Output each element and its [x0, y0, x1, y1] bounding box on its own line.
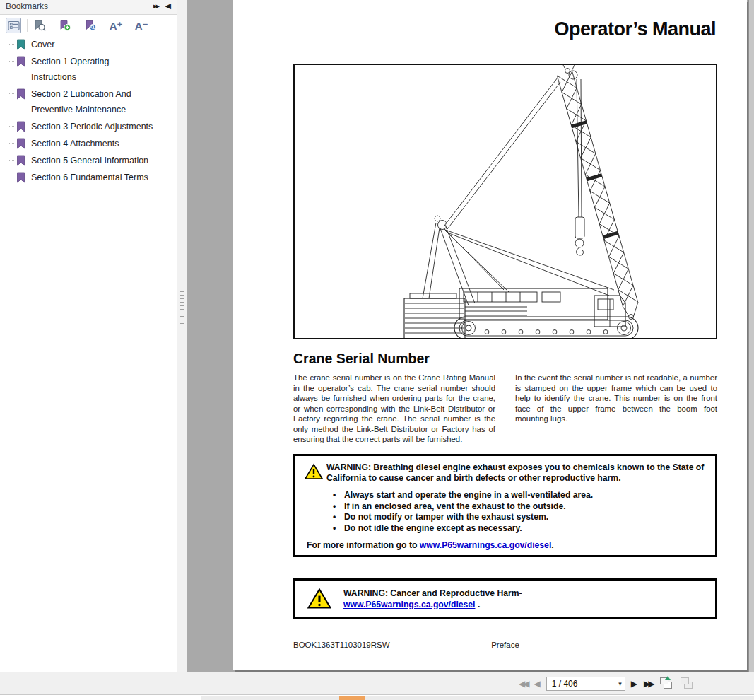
resize-grip-icon	[180, 291, 184, 329]
bookmark-flag-icon	[16, 155, 25, 166]
bookmark-flag-icon	[16, 56, 25, 67]
warning-text: Breathing diesel engine exhaust exposes …	[326, 462, 704, 483]
bookmark-label: Section 5 General Information	[31, 153, 148, 168]
bookmark-label: Section 2 Lubrication And Preventive Mai…	[31, 86, 131, 117]
first-page-button[interactable]: ◀◀	[518, 678, 528, 689]
p65-diesel-link[interactable]: www.P65warnings.ca.gov/diesel	[420, 540, 552, 550]
bookmarks-panel-title: Bookmarks	[6, 1, 48, 11]
warning2-text-block: WARNING: Cancer and Reproductive Harm- w…	[343, 588, 522, 610]
page-title: Operator’s Manual	[554, 18, 716, 40]
serial-section-body: The crane serial number is on the Crane …	[293, 373, 717, 445]
warning-bullet-list: Always start and operate the engine in a…	[295, 490, 715, 534]
bookmark-flag-icon	[16, 121, 25, 132]
pdf-reader-window: Bookmarks ▸▸ ◀	[0, 0, 754, 700]
crane-figure-box	[293, 64, 717, 339]
toolbar-separator	[27, 19, 28, 32]
expand-bookmark-icon[interactable]	[32, 18, 47, 33]
warning-label: WARNING:	[326, 462, 371, 472]
view-rect-icon	[681, 677, 689, 684]
bookmark-magnifier-icon	[33, 19, 46, 32]
bookmark-label: Cover	[31, 37, 54, 52]
taskbar-highlight	[339, 696, 365, 700]
page-number-value: 1 / 406	[552, 679, 618, 689]
next-page-button[interactable]: ▶	[630, 678, 638, 689]
p65-diesel-link[interactable]: www.P65warnings.ca.gov/diesel	[343, 600, 476, 609]
book-code: BOOK1363T1103019RSW	[293, 641, 390, 649]
bookmark-flag-icon	[16, 138, 25, 149]
page-number-input[interactable]: 1 / 406 ▾	[546, 677, 625, 691]
taskbar-edge	[201, 696, 754, 700]
panel-expand-icon[interactable]: ▸▸	[153, 1, 158, 11]
page-content: Operator’s Manual	[293, 0, 717, 670]
add-bookmark-icon[interactable]	[57, 18, 73, 33]
page-dropdown-caret-icon[interactable]: ▾	[618, 680, 622, 687]
font-decrease-icon[interactable]: A⁻	[134, 18, 149, 33]
panel-resize-handle[interactable]	[177, 0, 187, 672]
warning-heading-text: WARNING: Breathing diesel engine exhaust…	[326, 462, 707, 484]
warning-triangle-icon	[307, 588, 331, 609]
bookmark-find-icon	[84, 19, 97, 32]
more-info-suffix: .	[551, 540, 553, 550]
bookmark-item-section-6[interactable]: Section 6 Fundamental Terms	[0, 169, 177, 186]
pdf-page: Operator’s Manual	[233, 0, 747, 670]
warning-bullet: If in an enclosed area, vent the exhaust…	[333, 501, 715, 513]
bookmark-item-section-2[interactable]: Section 2 Lubrication And Preventive Mai…	[0, 86, 177, 118]
warning-bullet: Always start and operate the engine in a…	[333, 490, 715, 501]
bookmark-item-cover[interactable]: Cover	[0, 36, 177, 53]
previous-view-button[interactable]	[660, 677, 673, 689]
panel-collapse-icon[interactable]: ◀	[165, 1, 171, 11]
page-navigation: ◀◀ ◀ 1 / 406 ▾ ▶ ▶▶	[518, 677, 694, 691]
footer-section-label: Preface	[491, 641, 519, 649]
bookmark-label: Section 3 Periodic Adjustments	[31, 119, 153, 134]
bookmark-item-section-1[interactable]: Section 1 Operating Instructions	[0, 53, 177, 86]
bookmarks-panel-header: Bookmarks ▸▸ ◀	[0, 0, 177, 15]
vertical-scrollbar[interactable]	[748, 0, 754, 672]
warning-more-info: For more information go to www.P65warnin…	[295, 534, 715, 550]
crane-line-drawing	[295, 65, 716, 338]
diesel-warning-box: WARNING: Breathing diesel engine exhaust…	[293, 454, 717, 557]
font-increase-glyph: A⁺	[110, 21, 123, 31]
serial-section-heading: Crane Serial Number	[293, 351, 430, 367]
last-page-button[interactable]: ▶▶	[643, 678, 653, 689]
warning-bullet: Do not idle the engine except as necessa…	[333, 523, 715, 535]
status-bar: ◀◀ ◀ 1 / 406 ▾ ▶ ▶▶	[0, 672, 754, 694]
bookmark-flag-icon	[16, 39, 25, 50]
bookmark-label: Section 4 Attachments	[31, 136, 119, 151]
bookmark-options-icon[interactable]	[6, 18, 21, 33]
bookmark-item-section-5[interactable]: Section 5 General Information	[0, 152, 177, 169]
bookmarks-panel: Bookmarks ▸▸ ◀	[0, 0, 177, 672]
warning-triangle-icon	[305, 463, 323, 480]
more-info-prefix: For more information go to	[307, 540, 420, 550]
serial-text-right-column: In the event the serial number is not re…	[515, 373, 717, 445]
warning-bullet: Do not modify or tamper with the exhaust…	[333, 512, 715, 523]
serial-text-left-column: The crane serial number is on the Crane …	[293, 373, 495, 445]
bookmark-item-section-4[interactable]: Section 4 Attachments	[0, 135, 177, 152]
window-bottom-edge	[0, 694, 754, 700]
view-arrow-icon	[665, 676, 671, 680]
warning-label: WARNING:	[343, 588, 388, 598]
previous-page-button[interactable]: ◀	[533, 678, 541, 689]
warning-text: Cancer and Reproductive Harm-	[388, 588, 522, 598]
bookmark-label: Section 6 Fundamental Terms	[31, 170, 148, 185]
bookmarks-toolbar: A⁺ A⁻	[0, 15, 177, 36]
next-view-button[interactable]	[681, 677, 694, 689]
font-decrease-glyph: A⁻	[135, 21, 148, 31]
bookmark-label: Section 1 Operating Instructions	[31, 54, 110, 85]
bookmark-plus-icon	[59, 19, 71, 32]
document-view: Operator’s Manual	[187, 0, 754, 672]
bookmark-flag-icon	[16, 172, 25, 183]
font-increase-icon[interactable]: A⁺	[108, 18, 124, 33]
cancer-warning-box: WARNING: Cancer and Reproductive Harm- w…	[293, 578, 717, 619]
locate-bookmark-icon[interactable]	[83, 18, 98, 33]
warning2-suffix: .	[476, 600, 481, 609]
bookmark-item-section-3[interactable]: Section 3 Periodic Adjustments	[0, 118, 177, 135]
bookmark-flag-icon	[16, 88, 25, 100]
bookmarks-tree: Cover Section 1 Operating Instructions S…	[0, 36, 177, 186]
list-options-icon	[8, 20, 20, 32]
